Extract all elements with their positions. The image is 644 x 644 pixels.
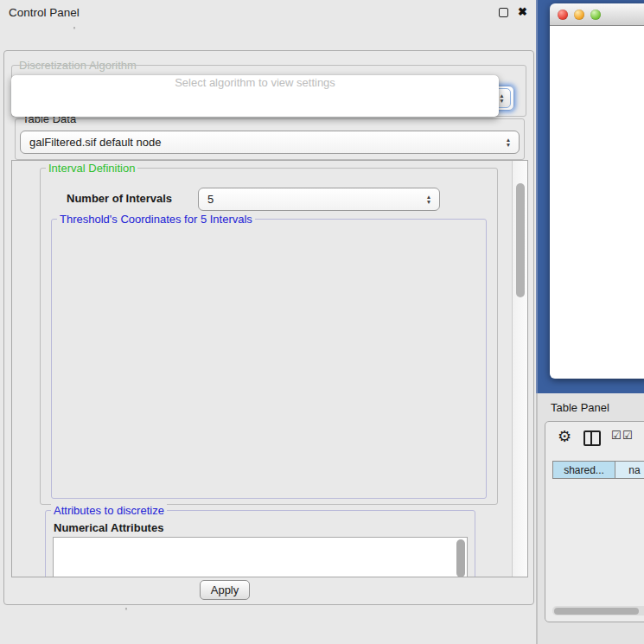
interval-definition-group: Interval Definition Number of Intervals … bbox=[40, 168, 498, 505]
apply-button[interactable]: Apply bbox=[200, 580, 250, 600]
top-tab-bar bbox=[73, 27, 75, 29]
table-data-combo-value: galFiltered.sif default node bbox=[29, 136, 161, 149]
gear-icon[interactable]: ⚙ bbox=[558, 427, 571, 446]
network-canvas[interactable] bbox=[550, 26, 644, 379]
table-panel-title: Table Panel bbox=[551, 401, 609, 414]
num-intervals-value: 5 bbox=[207, 193, 214, 206]
app-root: Control Panel ✖ Discretization Algorithm… bbox=[0, 0, 644, 644]
num-intervals-spinner[interactable]: 5 ▲▼ bbox=[198, 188, 440, 211]
float-window-icon[interactable] bbox=[499, 8, 508, 17]
control-panel: Control Panel ✖ Discretization Algorithm… bbox=[0, 0, 537, 644]
algorithm-popup: Select algorithm to view settings bbox=[11, 75, 499, 117]
close-icon[interactable]: ✖ bbox=[518, 7, 527, 17]
split-column-icon[interactable] bbox=[583, 430, 601, 446]
attributes-scrollbar-thumb[interactable] bbox=[456, 539, 465, 577]
table-panel: Table Panel ⚙ ☑ ☑ shared... na bbox=[536, 393, 644, 644]
network-view-window bbox=[550, 3, 644, 379]
bottom-tab-bar bbox=[125, 608, 127, 609]
thresholds-group: Threshold's Coordinates for 5 Intervals bbox=[51, 219, 487, 499]
settings-viewport: Interval Definition Number of Intervals … bbox=[11, 160, 528, 577]
column-header-shared-name[interactable]: shared... bbox=[552, 461, 615, 479]
interval-group-title: Interval Definition bbox=[46, 162, 137, 175]
node-table: shared... na bbox=[552, 461, 644, 606]
panel-scrollbar-thumb[interactable] bbox=[516, 183, 525, 297]
control-panel-titlebar: Control Panel ✖ bbox=[0, 0, 536, 24]
checkbox-icon[interactable]: ☑ bbox=[611, 429, 622, 442]
numerical-attributes-heading: Numerical Attributes bbox=[54, 521, 163, 534]
desktop-background bbox=[536, 0, 644, 393]
attributes-group: Attributes to discretize Numerical Attri… bbox=[45, 510, 475, 577]
column-header-name[interactable]: na bbox=[615, 461, 644, 479]
combo-stepper-icon[interactable]: ▲▼ bbox=[501, 134, 515, 150]
cyni-toolbox-panel: Discretization Algorithm ▲▼ Select algor… bbox=[3, 50, 534, 605]
checkbox-icon[interactable]: ☑ bbox=[622, 429, 633, 442]
table-data-combo[interactable]: galFiltered.sif default node ▲▼ bbox=[20, 131, 520, 154]
zoom-traffic-light-icon[interactable] bbox=[590, 10, 601, 20]
spinner-stepper-icon[interactable]: ▲▼ bbox=[422, 191, 436, 207]
table-hscrollbar-track[interactable] bbox=[552, 606, 644, 615]
popup-placeholder: Select algorithm to view settings bbox=[11, 75, 499, 89]
minimize-traffic-light-icon[interactable] bbox=[574, 10, 584, 20]
thresholds-group-title: Threshold's Coordinates for 5 Intervals bbox=[57, 213, 255, 226]
table-panel-inner: ⚙ ☑ ☑ shared... na bbox=[545, 421, 644, 622]
num-intervals-label: Number of Intervals bbox=[67, 192, 172, 205]
close-traffic-light-icon[interactable] bbox=[558, 10, 568, 20]
attributes-group-title: Attributes to discretize bbox=[51, 504, 167, 517]
table-hscrollbar-thumb[interactable] bbox=[554, 608, 639, 615]
network-window-titlebar bbox=[550, 3, 644, 26]
control-panel-title: Control Panel bbox=[9, 6, 80, 19]
panel-scrollbar-track[interactable] bbox=[512, 161, 527, 577]
numerical-attributes-list[interactable] bbox=[53, 537, 468, 577]
